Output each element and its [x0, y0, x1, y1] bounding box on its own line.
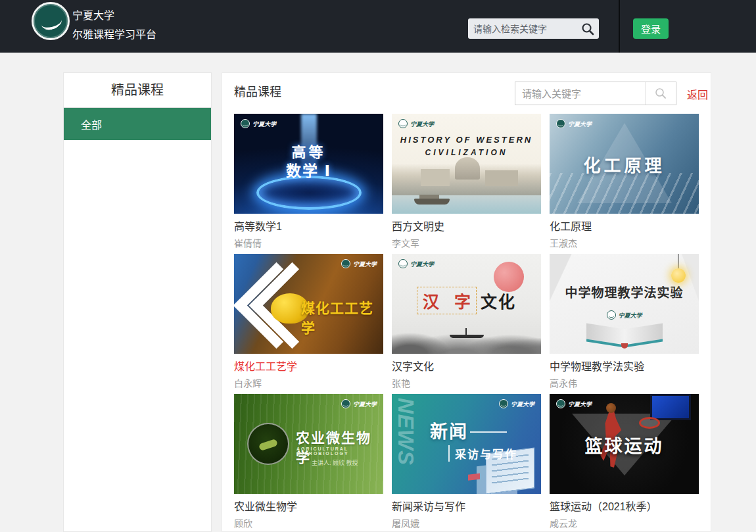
course-title[interactable]: 篮球运动（2021秋季）: [550, 500, 699, 514]
course-title[interactable]: 西方文明史: [392, 220, 541, 233]
course-card[interactable]: 宁夏大学 篮球运动 篮球运动（2021秋季） 咸云龙: [550, 394, 699, 529]
cover-text: HISTORY OF WESTERN: [392, 135, 541, 145]
cover-text: 数学 Ⅰ: [234, 158, 383, 181]
cover-art: [606, 403, 616, 413]
course-cover[interactable]: 宁夏大学 汉 字 文化: [392, 254, 541, 354]
back-link[interactable]: 返回: [687, 86, 708, 102]
page: 宁夏大学 尔雅课程学习平台 登录 精品课程 全部 精品课程: [0, 0, 756, 532]
course-instructor: 王淑杰: [550, 238, 699, 249]
course-instructor: 李文军: [392, 238, 541, 249]
header-search-box: [468, 18, 599, 39]
badge-logo-icon: [499, 399, 508, 408]
badge-logo-icon: [241, 119, 250, 128]
cover-logo-badge: 宁夏大学: [556, 399, 592, 408]
course-title[interactable]: 煤化工工艺学: [234, 360, 383, 374]
cover-logo-badge: 宁夏大学: [341, 399, 377, 408]
course-card[interactable]: 宁夏大学 汉 字 文化 汉字文化 张艳: [392, 254, 541, 389]
course-title[interactable]: 新闻采访与写作: [392, 500, 541, 514]
badge-logo-icon: [341, 259, 350, 268]
course-card[interactable]: 中学物理教学法实验 宁夏大学 中学物理教学法实验 高永伟: [550, 254, 699, 389]
badge-logo-icon: [556, 119, 565, 128]
cover-logo-badge: 宁夏大学: [556, 119, 592, 128]
course-title[interactable]: 高等数学1: [234, 220, 383, 233]
cover-text: 化工原理: [550, 152, 699, 176]
course-cover[interactable]: 宁夏大学 高等 数学 Ⅰ: [234, 114, 383, 214]
course-cover[interactable]: 宁夏大学 NEWS 新闻 采访与写作: [392, 394, 541, 494]
cover-logo-badge: 宁夏大学: [398, 259, 434, 268]
course-search-box: [515, 82, 676, 105]
site-title: 宁夏大学 尔雅课程学习平台: [72, 6, 156, 44]
cover-text: 新闻: [430, 418, 468, 443]
course-card[interactable]: 宁夏大学 煤化工工艺学 煤化工工艺学 白永辉: [234, 254, 383, 389]
course-card[interactable]: 宁夏大学 农业微生物学 AGRICULTURAL MICROBIOLOGY 主讲…: [234, 394, 383, 529]
cover-text: 采访与写作: [448, 445, 517, 462]
course-instructor: 屠凤娥: [392, 518, 541, 529]
cover-art: [450, 335, 484, 338]
main-panel: 精品课程 返回 宁夏大学 高等 数学 Ⅰ: [222, 72, 711, 532]
cover-art: [414, 199, 450, 205]
badge-logo-icon: [556, 399, 565, 408]
course-title[interactable]: 农业微生物学: [234, 500, 383, 514]
cover-text: 篮球运动: [550, 432, 699, 458]
login-button[interactable]: 登录: [633, 18, 669, 39]
cover-text: 中学物理教学法实验: [550, 283, 699, 301]
course-instructor: 白永辉: [234, 378, 383, 389]
course-cover[interactable]: 宁夏大学 农业微生物学 AGRICULTURAL MICROBIOLOGY 主讲…: [234, 394, 383, 494]
course-cover[interactable]: 宁夏大学 HISTORY OF WESTERN CIVILIZATION: [392, 114, 541, 214]
course-search-input[interactable]: [515, 82, 645, 105]
course-search-button[interactable]: [645, 82, 676, 105]
course-title[interactable]: 中学物理教学法实验: [550, 360, 699, 374]
course-instructor: 张艳: [392, 378, 541, 389]
header-divider: [619, 0, 620, 53]
course-instructor: 崔倩倩: [234, 238, 383, 249]
course-cover[interactable]: 中学物理教学法实验 宁夏大学: [550, 254, 699, 354]
cover-text: AGRICULTURAL MICROBIOLOGY: [296, 447, 383, 456]
course-instructor: 高永伟: [550, 378, 699, 389]
sidebar: 精品课程 全部: [63, 72, 212, 532]
header-search-input[interactable]: [468, 24, 580, 34]
sidebar-item-all[interactable]: 全部: [64, 108, 211, 140]
cover-art: [247, 423, 289, 465]
cover-text: 汉 字 文化: [392, 287, 541, 314]
course-cover[interactable]: 宁夏大学 篮球运动: [550, 394, 699, 494]
cover-logo-badge: 宁夏大学: [341, 259, 377, 268]
course-title[interactable]: 汉字文化: [392, 360, 541, 374]
university-name: 宁夏大学: [72, 6, 156, 25]
course-instructor: 顾欣: [234, 518, 383, 529]
cover-art: [650, 394, 691, 420]
badge-logo-icon: [606, 310, 615, 320]
course-card[interactable]: 宁夏大学 化工原理 化工原理 王淑杰: [550, 114, 699, 249]
lightbulb-icon: [678, 254, 679, 270]
platform-name: 尔雅课程学习平台: [72, 25, 156, 44]
search-icon[interactable]: [580, 22, 595, 36]
cover-text: 煤化工工艺学: [301, 297, 383, 337]
course-grid: 宁夏大学 高等 数学 Ⅰ 高等数学1 崔倩倩 宁夏大学: [234, 114, 700, 529]
sidebar-title: 精品课程: [64, 73, 211, 108]
cover-logo-badge: 宁夏大学: [241, 119, 276, 128]
course-cover[interactable]: 宁夏大学 化工原理: [550, 114, 699, 214]
cover-logo-badge: 宁夏大学: [606, 310, 642, 320]
cover-art: [455, 157, 480, 180]
university-logo-icon: [32, 2, 70, 40]
course-instructor: 咸云龙: [550, 518, 699, 529]
cover-logo-badge: 宁夏大学: [499, 399, 534, 408]
course-card[interactable]: 宁夏大学 NEWS 新闻 采访与写作 新闻采访与写作 屠凤娥: [392, 394, 541, 529]
cover-logo-badge: 宁夏大学: [398, 119, 434, 128]
course-card[interactable]: 宁夏大学 HISTORY OF WESTERN CIVILIZATION 西方文…: [392, 114, 541, 249]
course-cover[interactable]: 宁夏大学 煤化工工艺学: [234, 254, 383, 354]
badge-logo-icon: [398, 259, 408, 268]
page-title: 精品课程: [234, 82, 281, 99]
badge-logo-icon: [341, 399, 350, 408]
course-card[interactable]: 宁夏大学 高等 数学 Ⅰ 高等数学1 崔倩倩: [234, 114, 383, 249]
cover-text: CIVILIZATION: [392, 148, 541, 157]
badge-logo-icon: [398, 119, 408, 128]
cover-text: NEWS: [393, 398, 418, 466]
cover-text: 主讲人: 顾欣 教授: [312, 458, 358, 467]
top-header: 宁夏大学 尔雅课程学习平台 登录: [0, 0, 756, 53]
course-title[interactable]: 化工原理: [550, 220, 699, 233]
